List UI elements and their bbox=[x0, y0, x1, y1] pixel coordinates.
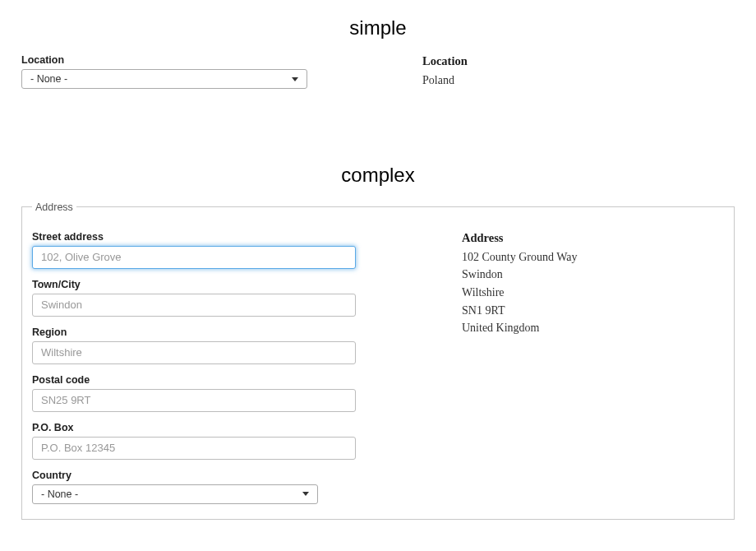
region-label: Region bbox=[32, 326, 375, 338]
country-select[interactable]: - None - bbox=[32, 484, 318, 504]
address-display-label: Address bbox=[462, 231, 750, 245]
pobox-group: P.O. Box bbox=[32, 422, 375, 460]
country-group: Country - None - bbox=[32, 470, 375, 504]
section-heading-complex: complex bbox=[21, 164, 735, 187]
address-line-3: Wiltshire bbox=[462, 284, 750, 302]
address-line-4: SN1 9RT bbox=[462, 302, 750, 320]
street-group: Street address bbox=[32, 231, 375, 269]
street-input[interactable] bbox=[32, 246, 356, 269]
pobox-input[interactable] bbox=[32, 437, 356, 460]
address-legend: Address bbox=[32, 201, 76, 213]
address-line-1: 102 County Ground Way bbox=[462, 248, 750, 266]
address-fieldset: Address Street address Town/City Region … bbox=[21, 201, 735, 520]
region-group: Region bbox=[32, 326, 375, 364]
postal-input[interactable] bbox=[32, 389, 356, 412]
country-label: Country bbox=[32, 470, 375, 481]
simple-form-col: Location - None - bbox=[21, 54, 378, 90]
region-input[interactable] bbox=[32, 341, 356, 364]
complex-row: Street address Town/City Region Postal c… bbox=[32, 231, 717, 504]
spacer bbox=[21, 90, 735, 164]
street-label: Street address bbox=[32, 231, 375, 243]
town-input[interactable] bbox=[32, 294, 356, 317]
postal-group: Postal code bbox=[32, 374, 375, 412]
address-line-5: United Kingdom bbox=[462, 319, 750, 337]
simple-display-col: Location Poland bbox=[411, 54, 756, 90]
simple-row: Location - None - Location Poland bbox=[21, 54, 735, 90]
location-display-value: Poland bbox=[422, 72, 756, 90]
complex-display-col: Address 102 County Ground Way Swindon Wi… bbox=[408, 231, 750, 504]
town-label: Town/City bbox=[32, 279, 375, 290]
section-heading-simple: simple bbox=[21, 16, 735, 39]
location-select[interactable]: - None - bbox=[21, 69, 307, 89]
postal-label: Postal code bbox=[32, 374, 375, 386]
location-label: Location bbox=[21, 54, 378, 66]
address-line-2: Swindon bbox=[462, 266, 750, 284]
pobox-label: P.O. Box bbox=[32, 422, 375, 433]
location-display-label: Location bbox=[422, 54, 756, 68]
town-group: Town/City bbox=[32, 279, 375, 317]
complex-form-col: Street address Town/City Region Postal c… bbox=[32, 231, 375, 504]
